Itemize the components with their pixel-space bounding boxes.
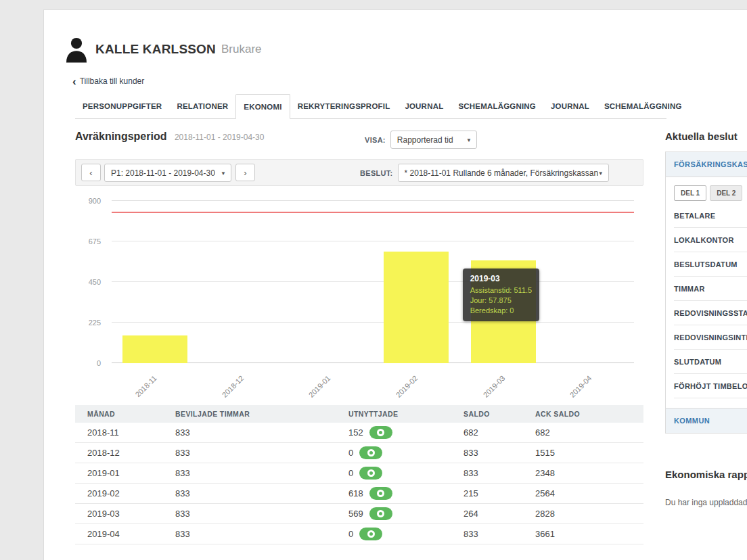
y-tick-label: 0 xyxy=(97,359,101,367)
utnyttjade-value: 569 xyxy=(348,509,363,519)
tab-schemal-ggning-7[interactable]: SCHEMALÄGGNING xyxy=(597,94,689,118)
chevron-down-icon: ▼ xyxy=(221,170,226,176)
cell-beviljade-timmar: 833 xyxy=(163,468,336,478)
gridline xyxy=(112,281,634,282)
del-tab-2[interactable]: DEL 2 xyxy=(710,185,742,201)
tab-rekryteringsprofil-3[interactable]: REKRYTERINGSPROFIL xyxy=(290,94,398,118)
page-title: Avräkningsperiod xyxy=(75,131,166,142)
sidebar-title: Aktuella beslut xyxy=(665,131,747,142)
sidebar: Aktuella beslut FÖRSÄKRINGSKASSAN DEL 1D… xyxy=(665,131,747,507)
column-header: BEVILJADE TIMMAR xyxy=(163,410,336,418)
visa-group: VISA: Rapporterad tid ▼ xyxy=(365,131,477,149)
expand-details-button[interactable] xyxy=(369,487,392,500)
bar-2018-11[interactable] xyxy=(122,335,187,363)
next-period-button[interactable]: › xyxy=(235,164,255,181)
previous-period-button[interactable]: ‹ xyxy=(81,164,101,181)
back-link[interactable]: ‹ Tillbaka till kunder xyxy=(72,76,144,86)
table-row: 2019-028336182152564 xyxy=(75,484,643,504)
section-kommun[interactable]: KOMMUN xyxy=(666,408,747,433)
column-header: SALDO xyxy=(451,410,523,418)
y-tick-label: 675 xyxy=(89,237,101,246)
decision-field-label: FÖRHÖJT TIMBELOPP xyxy=(674,374,747,398)
page-card: KALLE KARLSSON Brukare ‹ Tillbaka till k… xyxy=(43,9,747,560)
utnyttjade-value: 0 xyxy=(348,529,353,539)
utnyttjade-value: 618 xyxy=(348,488,363,498)
decision-field-label: LOKALKONTOR xyxy=(674,228,747,252)
tab-ekonomi-2[interactable]: EKONOMI xyxy=(235,94,290,119)
reports-title: Ekonomiska rapporter xyxy=(665,469,747,480)
section-forsakringskassan[interactable]: FÖRSÄKRINGSKASSAN xyxy=(666,152,747,177)
x-tick-label: 2018-12 xyxy=(220,374,245,399)
chevron-down-icon: ▼ xyxy=(466,137,472,143)
cell-manad: 2019-01 xyxy=(75,468,163,478)
cell-utnyttjade: 618 xyxy=(336,487,451,500)
cell-beviljade-timmar: 833 xyxy=(163,509,336,519)
expand-details-button[interactable] xyxy=(369,507,392,520)
cell-saldo: 264 xyxy=(451,509,523,519)
column-header: ACK SALDO xyxy=(523,410,643,418)
tab-schemal-ggning-5[interactable]: SCHEMALÄGGNING xyxy=(451,94,543,118)
decision-box: FÖRSÄKRINGSKASSAN DEL 1DEL 2 BETALARELOK… xyxy=(665,151,747,434)
del-tab-1[interactable]: DEL 1 xyxy=(674,185,706,201)
table-body: 2018-118331526826822018-1283308331515201… xyxy=(75,423,643,544)
circle-icon xyxy=(367,469,375,477)
visa-label: VISA: xyxy=(365,136,386,144)
bar-2019-02[interactable] xyxy=(384,252,449,363)
hours-table: MÅNADBEVILJADE TIMMARUTNYTTJADESALDOACK … xyxy=(75,405,643,544)
tab-journal-6[interactable]: JOURNAL xyxy=(543,94,597,118)
visa-select-value: Rapporterad tid xyxy=(397,135,453,145)
cell-ack-saldo: 682 xyxy=(523,427,643,438)
decision-field-label: BESLUTSDATUM xyxy=(674,252,747,277)
tooltip-line: Beredskap: 0 xyxy=(470,306,533,316)
tab-journal-4[interactable]: JOURNAL xyxy=(397,94,451,118)
y-tick-label: 225 xyxy=(89,319,101,327)
gridline xyxy=(112,322,634,323)
tab-bar: PERSONUPPGIFTERRELATIONEREKONOMIREKRYTER… xyxy=(75,94,666,119)
beslut-select[interactable]: * 2018-11-01 Rullande 6 månader, Försäkr… xyxy=(398,164,609,182)
cell-ack-saldo: 1515 xyxy=(523,448,643,458)
cell-utnyttjade: 0 xyxy=(336,528,451,540)
period-select-value: P1: 2018-11-01 - 2019-04-30 xyxy=(111,168,215,178)
cell-utnyttjade: 569 xyxy=(336,507,451,520)
expand-details-button[interactable] xyxy=(369,426,392,439)
gridline xyxy=(112,241,634,241)
expand-details-button[interactable] xyxy=(359,528,382,540)
cell-ack-saldo: 2564 xyxy=(523,488,643,498)
tab-relationer-1[interactable]: RELATIONER xyxy=(169,94,235,118)
tab-personuppgifter-0[interactable]: PERSONUPPGIFTER xyxy=(75,94,169,118)
expand-details-button[interactable] xyxy=(359,446,382,459)
y-tick-label: 900 xyxy=(89,197,101,205)
utnyttjade-value: 0 xyxy=(348,468,353,478)
reference-line xyxy=(112,212,634,213)
table-row: 2019-038335692642828 xyxy=(75,504,643,524)
del-tabs: DEL 1DEL 2 xyxy=(674,185,747,201)
cell-utnyttjade: 0 xyxy=(336,467,451,480)
heading-row: Avräkningsperiod 2018-11-01 - 2019-04-30… xyxy=(75,131,643,154)
cell-ack-saldo: 3661 xyxy=(523,529,643,539)
cell-beviljade-timmar: 833 xyxy=(163,488,336,498)
gridline xyxy=(112,200,634,201)
user-avatar-icon xyxy=(64,36,89,63)
beslut-select-value: * 2018-11-01 Rullande 6 månader, Försäkr… xyxy=(405,168,599,178)
cell-beviljade-timmar: 833 xyxy=(163,427,336,438)
tooltip-line: Jour: 57.875 xyxy=(470,296,533,306)
cell-saldo: 833 xyxy=(451,448,523,458)
decision-field-label: SLUTDATUM xyxy=(674,350,747,374)
cell-ack-saldo: 2828 xyxy=(523,509,643,519)
gridline xyxy=(112,363,634,363)
column-header: MÅNAD xyxy=(75,410,163,418)
tooltip-title: 2019-03 xyxy=(470,274,533,283)
chevron-down-icon: ▼ xyxy=(598,170,604,176)
cell-beviljade-timmar: 833 xyxy=(163,448,336,458)
cell-utnyttjade: 0 xyxy=(336,446,451,459)
cell-manad: 2019-02 xyxy=(75,488,163,498)
cell-saldo: 215 xyxy=(451,488,523,498)
decision-field-label: REDOVISNINGSINTERVALL xyxy=(674,325,747,350)
expand-details-button[interactable] xyxy=(359,467,382,480)
y-tick-label: 450 xyxy=(89,278,101,286)
table-row: 2018-1283308331515 xyxy=(75,443,643,463)
period-select[interactable]: P1: 2018-11-01 - 2019-04-30 ▼ xyxy=(104,164,231,182)
circle-icon xyxy=(377,510,384,517)
visa-select[interactable]: Rapporterad tid ▼ xyxy=(390,131,477,149)
x-tick-label: 2019-02 xyxy=(394,374,420,399)
